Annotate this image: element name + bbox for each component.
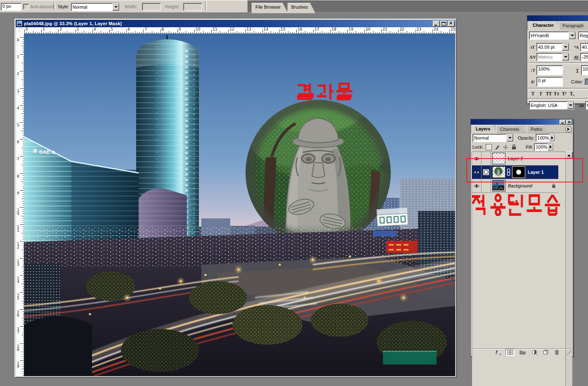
lock-all-icon[interactable] xyxy=(511,144,517,150)
minimize-button[interactable] xyxy=(433,21,440,27)
anti-alias-dropdown[interactable]: Cr xyxy=(585,101,588,109)
small-caps-button[interactable]: Tᴛ xyxy=(553,91,560,97)
width-label: Width: xyxy=(125,4,137,9)
font-family-dropdown[interactable]: HYnamB xyxy=(529,31,576,40)
adjustment-layer-button[interactable] xyxy=(530,349,538,355)
eye-icon xyxy=(473,156,480,161)
new-layer-set-button[interactable] xyxy=(518,349,527,355)
ruler-origin-corner[interactable] xyxy=(16,27,24,34)
opacity-slider-arrow[interactable] xyxy=(549,134,555,141)
document-window: pla04048.jpg @ 33.3% (Layer 1, Layer Mas… xyxy=(14,19,457,378)
font-size-dropdown[interactable]: 43.09 pt xyxy=(536,43,569,51)
baseline-shift-icon: Aª xyxy=(529,80,536,84)
superscript-button[interactable]: T¹ xyxy=(560,91,568,97)
language-dropdown[interactable]: English: USA xyxy=(529,101,574,109)
tab-channels[interactable]: Channels xyxy=(496,126,526,134)
photo-red-sign xyxy=(386,241,418,253)
tab-brushes[interactable]: Brushes xyxy=(288,3,315,13)
baseline-shift-input[interactable]: 0 pt xyxy=(536,77,563,87)
layer-style-button[interactable]: f xyxy=(494,349,502,355)
palette-resize-grip[interactable] xyxy=(567,350,572,355)
document-titlebar[interactable]: pla04048.jpg @ 33.3% (Layer 1, Layer Mas… xyxy=(16,20,456,27)
text-color-swatch[interactable] xyxy=(585,78,588,85)
style-label: Style: xyxy=(58,4,69,9)
link-cell[interactable] xyxy=(482,179,491,192)
height-input[interactable] xyxy=(183,3,202,11)
style-dropdown-arrow[interactable] xyxy=(112,3,119,11)
text-style-buttons: T T TT Tᴛ T¹ T₁ xyxy=(527,91,588,97)
background-lock-icon xyxy=(552,183,556,188)
visibility-toggle[interactable] xyxy=(472,166,482,179)
vertical-scale-input[interactable]: 100% xyxy=(536,65,563,75)
layer-row-layer2[interactable]: Layer 2 xyxy=(472,152,558,166)
lock-paint-icon[interactable] xyxy=(494,144,501,150)
delete-layer-button[interactable] xyxy=(553,349,561,355)
visibility-toggle[interactable] xyxy=(472,179,482,192)
layers-palette-titlebar[interactable] xyxy=(471,119,573,125)
faux-bold-button[interactable]: T xyxy=(529,91,537,97)
add-layer-mask-button[interactable] xyxy=(505,349,515,356)
layer-row-layer1[interactable]: Layer 1 xyxy=(472,166,558,179)
layer-name[interactable]: Background xyxy=(508,183,532,188)
palette-menu-button[interactable] xyxy=(565,126,572,133)
tracking-value: -25 xyxy=(581,54,588,60)
new-layer-button[interactable] xyxy=(541,349,550,355)
tab-layers[interactable]: Layers xyxy=(472,125,497,134)
scroll-up-button[interactable] xyxy=(566,152,573,159)
tab-paths[interactable]: Paths xyxy=(527,126,549,134)
faux-italic-button[interactable]: T xyxy=(537,91,545,97)
language-arrow[interactable] xyxy=(567,102,574,109)
kerning-dropdown[interactable]: Metrics xyxy=(536,53,569,61)
photo-blue-sign xyxy=(373,231,397,237)
font-style-dropdown[interactable]: Regu xyxy=(578,31,588,40)
horizontal-scale-input[interactable]: 100 xyxy=(581,65,588,75)
leading-dropdown[interactable]: 40. xyxy=(580,43,588,51)
opacity-input[interactable]: 100% xyxy=(536,134,555,142)
all-caps-button[interactable]: TT xyxy=(545,91,553,97)
tab-character[interactable]: Character xyxy=(529,21,560,30)
layer1-thumbnail[interactable] xyxy=(492,166,505,178)
tracking-dropdown[interactable]: -25 xyxy=(580,53,588,61)
link-cell[interactable] xyxy=(482,152,491,165)
horizontal-ruler[interactable]: 0123456789101112131415161718192021222324… xyxy=(24,27,455,34)
lock-position-icon[interactable] xyxy=(503,144,509,150)
kerning-arrow[interactable] xyxy=(562,53,569,61)
vertical-scale-icon: ↕T xyxy=(529,68,536,73)
tab-file-browser[interactable]: File Browser xyxy=(252,3,288,13)
anti-aliased-label: Anti-aliased xyxy=(30,4,54,9)
layers-close-button[interactable] xyxy=(566,120,572,125)
font-family-arrow[interactable] xyxy=(569,32,576,39)
layer1-mask-thumbnail[interactable] xyxy=(512,166,525,178)
layers-minimize-button[interactable] xyxy=(560,120,566,125)
layer-name[interactable]: Layer 1 xyxy=(528,170,544,175)
maximize-button[interactable] xyxy=(440,21,447,27)
font-size-value: 43.09 pt xyxy=(537,44,562,50)
anti-aliased-checkbox[interactable] xyxy=(23,4,29,9)
close-button[interactable] xyxy=(448,21,455,27)
layer-name[interactable]: Layer 2 xyxy=(508,156,523,161)
mask-edit-indicator xyxy=(482,166,491,179)
subscript-button[interactable]: T₁ xyxy=(568,91,576,97)
photo-city-night xyxy=(24,208,455,376)
vertical-ruler[interactable]: 01234567891011121314151617181920 xyxy=(16,33,24,376)
opacity-value: 100% xyxy=(536,135,549,141)
blend-mode-arrow[interactable] xyxy=(506,134,513,142)
feather-input[interactable]: 0 px xyxy=(1,3,21,11)
font-size-arrow[interactable] xyxy=(562,43,569,51)
svg-text:f: f xyxy=(496,350,498,355)
background-thumbnail[interactable] xyxy=(492,180,505,192)
kerning-value: Metrics xyxy=(537,54,562,60)
visibility-toggle[interactable] xyxy=(472,152,482,165)
width-input[interactable] xyxy=(142,3,161,11)
blend-mode-dropdown[interactable]: Normal xyxy=(472,134,514,142)
fill-slider-arrow[interactable] xyxy=(548,144,553,151)
layer2-thumbnail[interactable] xyxy=(492,153,505,164)
tab-paragraph[interactable]: Paragraph xyxy=(559,22,588,30)
style-dropdown[interactable]: Normal xyxy=(71,3,120,11)
fill-input[interactable]: 100% xyxy=(534,143,554,151)
mask-link-icon[interactable] xyxy=(507,168,510,176)
layer-row-background[interactable]: Background xyxy=(472,179,558,193)
lock-transparency-icon[interactable] xyxy=(486,144,492,150)
canvas-area[interactable]: SAE-A xyxy=(24,33,455,376)
character-palette-titlebar[interactable] xyxy=(527,16,588,21)
